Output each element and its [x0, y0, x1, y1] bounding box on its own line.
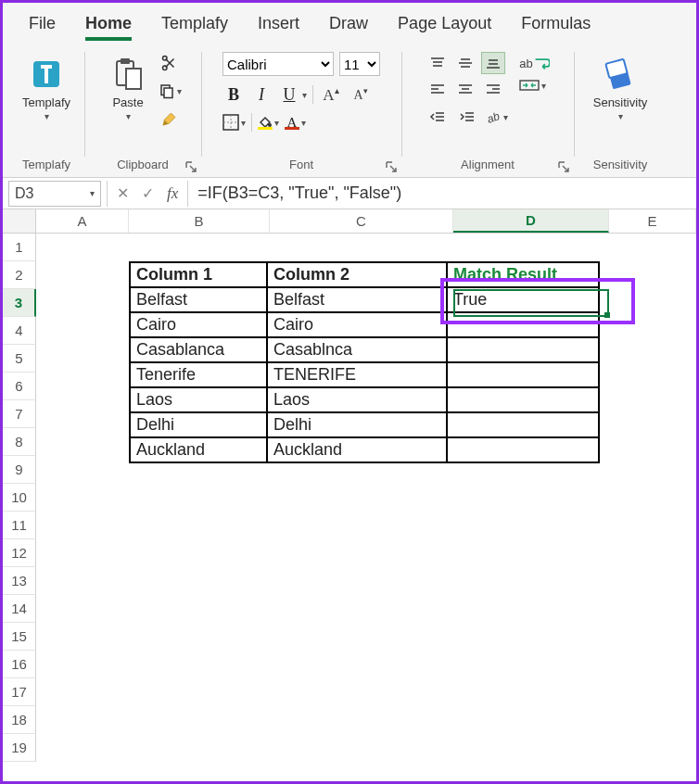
row-header-2[interactable]: 2 — [3, 261, 36, 289]
svg-text:ab: ab — [486, 109, 502, 124]
row-header-16[interactable]: 16 — [3, 651, 36, 678]
row-header-4[interactable]: 4 — [3, 317, 36, 345]
clipboard-launcher[interactable] — [184, 160, 197, 173]
wrap-icon — [533, 55, 550, 71]
table-cell[interactable]: Delhi — [267, 412, 447, 437]
increase-font-button[interactable]: A▴ — [319, 83, 343, 106]
row-header-10[interactable]: 10 — [3, 484, 36, 512]
sensitivity-button[interactable]: Sensitivity▾ — [588, 52, 654, 127]
col-header-A[interactable]: A — [36, 209, 129, 233]
enter-formula-button[interactable]: ✓ — [142, 184, 154, 202]
table-cell[interactable] — [447, 362, 599, 387]
table-cell[interactable]: Delhi — [130, 412, 267, 437]
tab-formulas[interactable]: Formulas — [506, 8, 605, 43]
tab-file[interactable]: File — [14, 8, 70, 43]
name-box[interactable]: D3 ▾ — [8, 181, 101, 207]
table-cell[interactable]: Belfast — [267, 287, 447, 312]
bold-button[interactable]: B — [222, 83, 245, 106]
row-header-7[interactable]: 7 — [3, 400, 36, 428]
paste-button[interactable]: Paste▾ — [104, 52, 152, 127]
tab-insert[interactable]: Insert — [243, 8, 314, 43]
tab-templafy[interactable]: Templafy — [146, 8, 243, 43]
table-cell[interactable] — [447, 337, 599, 362]
increase-indent-button[interactable] — [455, 106, 479, 128]
table-cell[interactable]: TENERIFE — [267, 362, 447, 387]
tab-page-layout[interactable]: Page Layout — [383, 8, 506, 43]
table-cell[interactable]: Laos — [267, 387, 447, 412]
col-header-B[interactable]: B — [129, 209, 270, 233]
col-header-E[interactable]: E — [609, 209, 696, 233]
cancel-formula-button[interactable]: ✕ — [117, 184, 129, 202]
table-cell[interactable] — [447, 437, 599, 462]
orientation-button[interactable]: ab▾ — [485, 109, 508, 124]
row-header-19[interactable]: 19 — [3, 734, 36, 762]
formula-input[interactable]: =IF(B3=C3, "True", "False") — [188, 183, 696, 203]
italic-button[interactable]: I — [250, 83, 273, 106]
tab-home[interactable]: Home — [70, 8, 146, 43]
copy-button[interactable]: ▾ — [158, 80, 182, 102]
align-left-button[interactable] — [426, 78, 450, 100]
row-header-6[interactable]: 6 — [3, 373, 36, 400]
font-launcher[interactable] — [385, 160, 398, 173]
cut-button[interactable] — [158, 52, 182, 74]
table-cell[interactable] — [447, 312, 599, 337]
row-header-3[interactable]: 3 — [3, 289, 36, 317]
align-bottom-button[interactable] — [481, 52, 505, 74]
row-header-18[interactable]: 18 — [3, 706, 36, 734]
decrease-font-button[interactable]: A▾ — [349, 83, 373, 106]
cell-grid[interactable]: Column 1 Column 2 Match Result BelfastBe… — [36, 234, 696, 762]
fill-handle[interactable] — [604, 312, 610, 318]
row-header-12[interactable]: 12 — [3, 539, 36, 567]
paste-icon — [109, 56, 146, 93]
table-cell[interactable]: Cairo — [267, 312, 447, 337]
table-cell[interactable]: Casablanca — [130, 337, 267, 362]
select-all-corner[interactable] — [3, 209, 36, 233]
table-row: LaosLaos — [130, 387, 599, 412]
wrap-text-button[interactable]: ab — [519, 52, 549, 74]
font-size-select[interactable]: 11 — [339, 52, 380, 76]
alignment-launcher[interactable] — [557, 160, 570, 173]
fill-color-button[interactable]: ▾ — [258, 116, 279, 130]
font-color-button[interactable]: A ▾ — [285, 116, 306, 130]
row-header-1[interactable]: 1 — [3, 234, 36, 261]
borders-button[interactable]: ▾ — [222, 114, 246, 131]
group-templafy: Templafy▾ Templafy — [8, 46, 84, 177]
group-clipboard: Paste▾ ▾ Clipboard — [84, 46, 201, 177]
row-header-14[interactable]: 14 — [3, 595, 36, 623]
row-header-17[interactable]: 17 — [3, 678, 36, 706]
underline-button[interactable]: U▾ — [278, 83, 307, 106]
tab-draw[interactable]: Draw — [314, 8, 383, 43]
table-cell[interactable]: Tenerife — [130, 362, 267, 387]
row-header-13[interactable]: 13 — [3, 567, 36, 595]
col-header-C[interactable]: C — [270, 209, 453, 233]
table-cell[interactable] — [447, 412, 599, 437]
font-name-select[interactable]: Calibri — [222, 52, 334, 76]
table-cell[interactable]: Laos — [130, 387, 267, 412]
align-middle-button[interactable] — [453, 52, 477, 74]
ribbon-tabs: File Home Templafy Insert Draw Page Layo… — [3, 3, 696, 43]
row-header-5[interactable]: 5 — [3, 345, 36, 373]
row-header-11[interactable]: 11 — [3, 512, 36, 539]
decrease-indent-button[interactable] — [426, 106, 450, 128]
align-right-button[interactable] — [481, 78, 505, 100]
format-painter-button[interactable] — [158, 107, 182, 130]
table-cell[interactable]: Auckland — [130, 437, 267, 462]
insert-function-button[interactable]: fx — [167, 184, 178, 203]
svg-rect-4 — [121, 58, 130, 64]
table-cell[interactable]: Cairo — [130, 312, 267, 337]
table-row: BelfastBelfastTrue — [130, 287, 599, 312]
align-center-button[interactable] — [453, 78, 477, 100]
table-cell[interactable]: Belfast — [130, 287, 267, 312]
merge-center-button[interactable]: ▾ — [519, 78, 549, 93]
align-top-button[interactable] — [426, 52, 450, 74]
table-cell[interactable]: True — [447, 287, 599, 312]
table-cell[interactable]: Casablnca — [267, 337, 447, 362]
row-header-15[interactable]: 15 — [3, 623, 36, 651]
templafy-button[interactable]: Templafy▾ — [17, 52, 76, 127]
table-cell[interactable]: Auckland — [267, 437, 447, 462]
row-header-9[interactable]: 9 — [3, 456, 36, 484]
col-header-D[interactable]: D — [453, 209, 609, 233]
row-header-8[interactable]: 8 — [3, 428, 36, 456]
table-cell[interactable] — [447, 387, 599, 412]
group-label-templafy: Templafy — [14, 156, 79, 175]
